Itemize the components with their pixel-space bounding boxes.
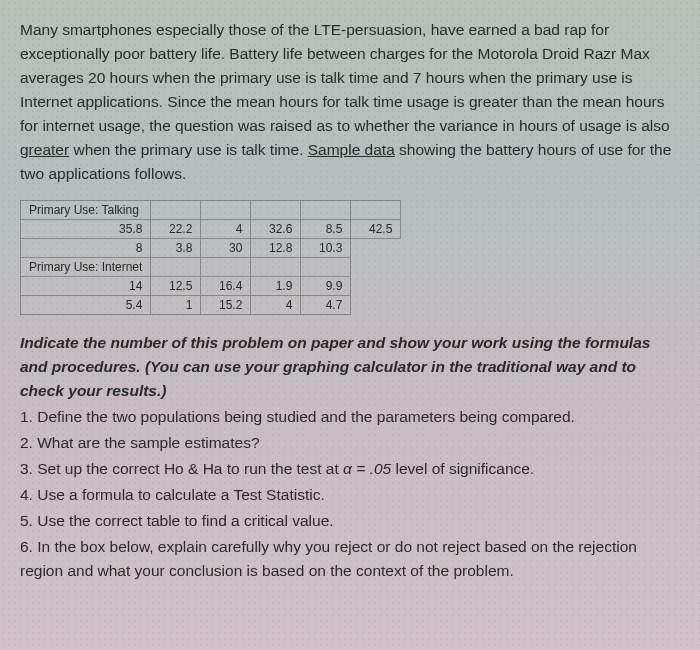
table-row: 5.4 1 15.2 4 4.7 bbox=[21, 296, 401, 315]
data-table: Primary Use: Talking 35.8 22.2 4 32.6 8.… bbox=[20, 200, 401, 315]
instructions-lead: Indicate the number of this problem on p… bbox=[20, 331, 680, 403]
question-1: 1. Define the two populations being stud… bbox=[20, 405, 680, 429]
question-6: 6. In the box below, explain carefully w… bbox=[20, 535, 680, 583]
intro-underlined-greater: greater bbox=[20, 141, 69, 158]
intro-underlined-sample: Sample data bbox=[308, 141, 395, 158]
question-4: 4. Use a formula to calculate a Test Sta… bbox=[20, 483, 680, 507]
table-header-talking: Primary Use: Talking bbox=[21, 201, 151, 220]
alpha-value: α = .05 bbox=[343, 460, 391, 477]
table-row: 35.8 22.2 4 32.6 8.5 42.5 bbox=[21, 220, 401, 239]
question-2: 2. What are the sample estimates? bbox=[20, 431, 680, 455]
intro-paragraph: Many smartphones especially those of the… bbox=[20, 18, 680, 186]
table-row: 14 12.5 16.4 1.9 9.9 bbox=[21, 277, 401, 296]
question-3: 3. Set up the correct Ho & Ha to run the… bbox=[20, 457, 680, 481]
instructions-block: Indicate the number of this problem on p… bbox=[20, 331, 680, 583]
intro-text-1: Many smartphones especially those of the… bbox=[20, 21, 670, 134]
table-header-internet: Primary Use: Internet bbox=[21, 258, 151, 277]
table-row: 8 3.8 30 12.8 10.3 bbox=[21, 239, 401, 258]
intro-text-mid: when the primary use is talk time. bbox=[69, 141, 308, 158]
question-5: 5. Use the correct table to find a criti… bbox=[20, 509, 680, 533]
